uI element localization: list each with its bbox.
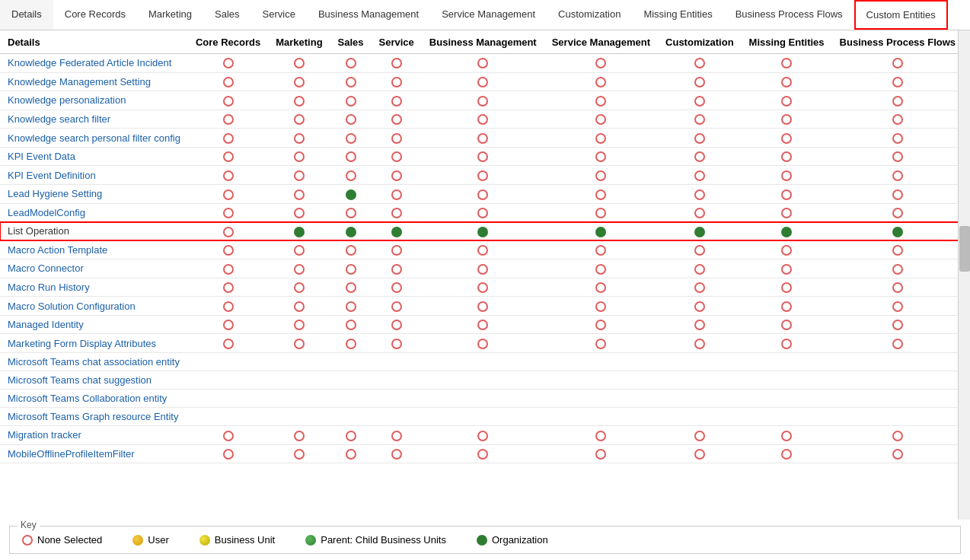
cell-indicator: [372, 297, 422, 316]
table-row: Managed Identity: [0, 315, 958, 334]
entity-name[interactable]: Macro Connector: [0, 259, 188, 278]
cell-indicator: [658, 110, 742, 129]
tab-core-records[interactable]: Core Records: [53, 0, 137, 30]
entity-name[interactable]: Knowledge Management Setting: [0, 72, 188, 91]
entity-name[interactable]: Marketing Form Display Attributes: [0, 334, 188, 353]
cell-indicator: [742, 203, 832, 222]
none-circle: [223, 431, 234, 441]
table-row: KPI Event Definition: [0, 166, 958, 185]
none-circle: [223, 189, 234, 200]
tab-service-management[interactable]: Service Management: [430, 0, 547, 30]
key-none: None Selected: [22, 534, 102, 546]
entity-name[interactable]: KPI Event Definition: [0, 166, 188, 185]
cell-indicator: [188, 240, 268, 259]
entity-name[interactable]: Knowledge personalization: [0, 91, 188, 110]
cell-indicator: [658, 166, 742, 185]
entity-name[interactable]: Managed Identity: [0, 315, 188, 334]
entity-name[interactable]: Macro Solution Configuration: [0, 297, 188, 316]
none-circle: [781, 320, 792, 330]
none-circle: [294, 245, 305, 256]
cell-indicator: [742, 222, 832, 241]
entity-name[interactable]: Knowledge Federated Article Incident: [0, 53, 188, 72]
none-circle: [781, 151, 792, 162]
tab-details[interactable]: Details: [0, 0, 53, 30]
tab-service[interactable]: Service: [251, 0, 307, 30]
table-row: KPI Event Data: [0, 147, 958, 166]
none-circle: [391, 114, 402, 125]
entity-name[interactable]: KPI Event Data: [0, 147, 188, 166]
none-circle: [346, 96, 356, 107]
cell-indicator: [188, 444, 268, 463]
cell-indicator: [422, 91, 544, 110]
key-panel: Key None Selected User Business Unit Par…: [9, 526, 961, 554]
none-circle: [694, 449, 705, 460]
none-circle: [477, 339, 488, 349]
none-circle: [781, 96, 792, 107]
scrollbar[interactable]: [958, 30, 970, 520]
entity-name[interactable]: Macro Run History: [0, 278, 188, 297]
cell-indicator: [330, 203, 372, 222]
scrollbar-thumb[interactable]: [959, 226, 970, 272]
cell-indicator: [742, 240, 832, 259]
cell-indicator: [658, 278, 742, 297]
organization-icon: [477, 535, 487, 546]
entity-name[interactable]: Knowledge search personal filter config: [0, 129, 188, 148]
entity-name[interactable]: Microsoft Teams chat suggestion: [0, 371, 188, 390]
cell-indicator: [658, 334, 742, 353]
cell-indicator: [742, 259, 832, 278]
tab-custom-entities[interactable]: Custom Entities: [854, 0, 948, 30]
cell-indicator: [372, 166, 422, 185]
none-circle: [391, 189, 402, 200]
cell-indicator: [658, 315, 742, 334]
entity-name[interactable]: Macro Action Template: [0, 240, 188, 259]
key-parent-label: Parent: Child Business Units: [321, 534, 446, 546]
none-circle: [781, 58, 792, 68]
none-circle: [477, 77, 488, 88]
col-header-cust: Customization: [658, 31, 742, 53]
cell-indicator: [544, 371, 658, 390]
col-header-sm: Service Management: [544, 31, 658, 53]
cell-indicator: [372, 129, 422, 148]
cell-indicator: [268, 184, 330, 203]
cell-indicator: [832, 147, 958, 166]
none-circle: [391, 282, 402, 293]
entity-name[interactable]: Knowledge search filter: [0, 110, 188, 129]
table-area[interactable]: Details Core Records Marketing Sales Ser…: [0, 30, 958, 520]
tab-business-management[interactable]: Business Management: [307, 0, 430, 30]
entity-name[interactable]: Microsoft Teams Collaboration entity: [0, 390, 188, 408]
entity-name[interactable]: Migration tracker: [0, 426, 188, 445]
cell-indicator: [372, 278, 422, 297]
cell-indicator: [372, 259, 422, 278]
none-circle: [346, 114, 356, 125]
entity-name[interactable]: MobileOfflineProfileItemFilter: [0, 444, 188, 463]
cell-indicator: [658, 203, 742, 222]
none-circle: [781, 208, 792, 218]
tab-missing-entities[interactable]: Missing Entities: [632, 0, 723, 30]
cell-indicator: [544, 166, 658, 185]
cell-indicator: [544, 72, 658, 91]
entity-name[interactable]: Microsoft Teams chat association entity: [0, 353, 188, 371]
cell-indicator: [372, 240, 422, 259]
entity-name[interactable]: Lead Hygiene Setting: [0, 184, 188, 203]
cell-indicator: [422, 222, 544, 241]
none-circle: [781, 431, 792, 441]
cell-indicator: [832, 278, 958, 297]
none-circle: [892, 339, 903, 349]
cell-indicator: [658, 297, 742, 316]
none-circle: [781, 339, 792, 349]
cell-indicator: [422, 371, 544, 390]
cell-indicator: [268, 371, 330, 390]
none-circle: [346, 170, 356, 181]
tab-business-process-flows[interactable]: Business Process Flows: [724, 0, 854, 30]
tab-customization[interactable]: Customization: [547, 0, 632, 30]
entity-name[interactable]: LeadModelConfig: [0, 203, 188, 222]
green-circle: [346, 189, 356, 200]
tab-sales[interactable]: Sales: [203, 0, 251, 30]
none-circle: [892, 301, 903, 312]
none-circle: [595, 96, 606, 107]
table-row: Knowledge Federated Article Incident: [0, 53, 958, 72]
tab-marketing[interactable]: Marketing: [137, 0, 203, 30]
user-icon: [132, 535, 143, 546]
entity-name[interactable]: Microsoft Teams Graph resource Entity: [0, 408, 188, 426]
cell-indicator: [330, 278, 372, 297]
